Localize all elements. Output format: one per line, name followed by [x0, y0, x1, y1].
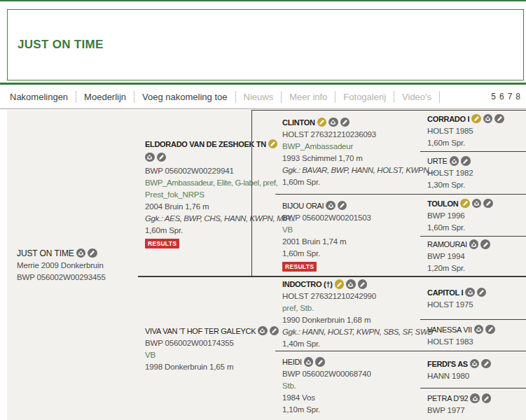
edit-pencil-icon[interactable]: [485, 325, 495, 335]
horse-name-row: CAPITOL I: [427, 286, 526, 299]
edit-pencil-icon[interactable]: [480, 239, 490, 249]
generation-5-button[interactable]: 5: [491, 92, 496, 102]
offspring-people-icon[interactable]: [472, 199, 482, 209]
edit-pencil-icon[interactable]: [483, 199, 493, 209]
results-badge[interactable]: RESULTS: [282, 262, 317, 272]
offspring-people-icon[interactable]: [326, 201, 335, 211]
tab-nakomelingen[interactable]: Nakomelingen: [10, 91, 76, 103]
registry-number: BWP 056002W00201503: [282, 212, 420, 224]
offspring-people-icon[interactable]: [450, 156, 459, 166]
gold-pencil-icon[interactable]: [471, 114, 481, 124]
generation-6-button[interactable]: 6: [499, 92, 504, 102]
pedigree-cell-dam: VIVA VAN 'T HOF TER GALEYCK BWP 056002W0…: [138, 277, 275, 420]
edit-pencil-icon[interactable]: [340, 118, 350, 127]
generation-7-button[interactable]: 7: [508, 92, 513, 102]
edit-pencil-icon[interactable]: [157, 153, 167, 162]
sport-level: 1,40m Spr.: [282, 338, 420, 350]
sport-level: 1,60m Spr.: [427, 137, 526, 149]
offspring-people-icon[interactable]: [470, 393, 480, 403]
predicates: pref, Stb.: [282, 302, 420, 314]
pedigree-table: JUST ON TIME Merrie 2009 Donkerbruin BWP…: [7, 110, 526, 420]
year-color-height: 2001 Bruin 1,74 m: [282, 236, 420, 248]
edit-pencil-icon[interactable]: [494, 114, 504, 124]
predicates: Prest_fok_NRPS: [145, 189, 275, 201]
offspring-people-icon[interactable]: [346, 279, 356, 289]
approved-studbooks: Ggk.: HANN, HOLST, KWPN, SBS, SF, SWB: [282, 326, 420, 338]
horse-name-link[interactable]: VIVA VAN 'T HOF TER GALEYCK: [145, 327, 256, 335]
registry-number: BWP 056002W00174355: [145, 337, 275, 349]
sport-level: 1,20m Spr.: [427, 262, 526, 274]
tab-videos: Video's: [394, 91, 440, 103]
sex-year-color: Merrie 2009 Donkerbruin: [17, 260, 138, 272]
horse-name-link[interactable]: CLINTON: [282, 118, 315, 127]
horse-name-link[interactable]: CAPITOL I: [427, 288, 463, 297]
edit-pencil-icon[interactable]: [481, 359, 491, 369]
offspring-people-icon[interactable]: [304, 357, 314, 367]
tab-moederlijn[interactable]: Moederlijn: [76, 91, 134, 103]
sport-level: 1,30m Spr.: [427, 179, 526, 191]
horse-name-link[interactable]: RAMOURAI: [427, 240, 467, 248]
sport-level: 1,60m Spr.: [282, 176, 420, 188]
horse-name-link[interactable]: URTE: [427, 157, 448, 165]
offspring-people-icon[interactable]: [469, 239, 479, 249]
generation-selector: 5 6 7 8: [491, 92, 522, 102]
generation-8-button[interactable]: 8: [515, 92, 520, 102]
gold-pencil-icon[interactable]: [317, 118, 327, 127]
offspring-people-icon[interactable]: [474, 325, 484, 335]
pedigree-cell-dam-sire: INDOCTRO (†) HOLST 276321210242990 pref,…: [275, 277, 420, 351]
horse-name-link[interactable]: CORRADO I: [427, 115, 469, 123]
pedigree-cell-g4-5: CAPITOL I HOLST 1975: [420, 277, 526, 320]
registry-year: HOLST 1982: [427, 167, 526, 179]
pedigree-cell-g4-8: PETRA D'92 BWP 1977: [420, 388, 526, 420]
predicates: VB: [145, 349, 275, 361]
offspring-people-icon[interactable]: [483, 114, 493, 124]
horse-name-link[interactable]: HEIDI: [282, 358, 302, 366]
registry-year: BWP 1996: [427, 210, 526, 222]
horse-name-row: INDOCTRO (†): [282, 278, 420, 290]
offspring-people-icon[interactable]: [465, 288, 475, 298]
edit-pencil-icon[interactable]: [315, 357, 325, 367]
tab-voeg-nakomeling-toe[interactable]: Voeg nakomeling toe: [134, 91, 235, 103]
results-badge[interactable]: RESULTS: [145, 239, 179, 248]
sport-level: 1,60m Spr.: [282, 248, 420, 260]
offspring-people-icon[interactable]: [145, 153, 155, 162]
offspring-people-icon[interactable]: [76, 248, 86, 258]
edit-pencil-icon[interactable]: [461, 156, 471, 166]
registry-year: BWP 1977: [427, 405, 526, 416]
horse-name-link[interactable]: INDOCTRO (†): [282, 280, 333, 288]
edit-pencil-icon[interactable]: [482, 393, 492, 403]
registry-year: HOLST 1975: [427, 299, 526, 311]
pedigree-cell-sire-dam: BIJOU ORAI BWP 056002W00201503 VB 2001 B…: [275, 195, 420, 277]
offspring-people-icon[interactable]: [328, 118, 338, 127]
edit-pencil-icon[interactable]: [358, 279, 368, 289]
pedigree-cell-sire: ELDORADO VAN DE ZESHOEK TN BWP 056002W00…: [138, 110, 275, 277]
registry-year: HANN 1980: [427, 370, 526, 382]
gold-pencil-icon[interactable]: [460, 199, 470, 209]
horse-name-link[interactable]: JUST ON TIME: [17, 248, 74, 258]
horse-name-row: URTE: [427, 155, 526, 167]
edit-pencil-icon[interactable]: [338, 201, 347, 211]
registry-year: BWP 1994: [427, 251, 526, 262]
registry-number: BWP 056002W00293455: [17, 272, 138, 284]
top-accent-line: [0, 0, 526, 1]
year-color-height: 2004 Bruin 1,76 m: [145, 201, 275, 213]
approved-studbooks: Ggk.: BAVAR, BWP, HANN, HOLST, KWPN,...: [282, 164, 420, 176]
horse-name-row: CORRADO I: [427, 113, 526, 125]
registry-number: BWP 056002W00068740: [282, 368, 420, 380]
horse-name-link[interactable]: FERDI'S AS: [427, 360, 468, 368]
pedigree-cell-dam-dam: HEIDI BWP 056002W00068740 Stb. 1984 Vos …: [275, 351, 420, 420]
horse-name-link[interactable]: TOULON: [427, 200, 458, 208]
pedigree-top-border: [251, 110, 526, 111]
offspring-people-icon[interactable]: [470, 359, 480, 369]
edit-pencil-icon[interactable]: [477, 288, 487, 298]
horse-name-link[interactable]: ELDORADO VAN DE ZESHOEK TN: [145, 140, 266, 148]
gold-pencil-icon[interactable]: [335, 279, 345, 289]
horse-name-link[interactable]: VANESSA VII: [427, 326, 472, 334]
offspring-people-icon[interactable]: [258, 326, 268, 336]
horse-name-link[interactable]: PETRA D'92: [427, 394, 468, 402]
predicates: VB: [282, 224, 420, 236]
horse-name-link[interactable]: BIJOU ORAI: [282, 202, 324, 210]
predicates: BWP_Ambassadeur: [282, 141, 420, 153]
sport-level: 1,60m Spr.: [427, 222, 526, 234]
edit-pencil-icon[interactable]: [88, 248, 97, 258]
